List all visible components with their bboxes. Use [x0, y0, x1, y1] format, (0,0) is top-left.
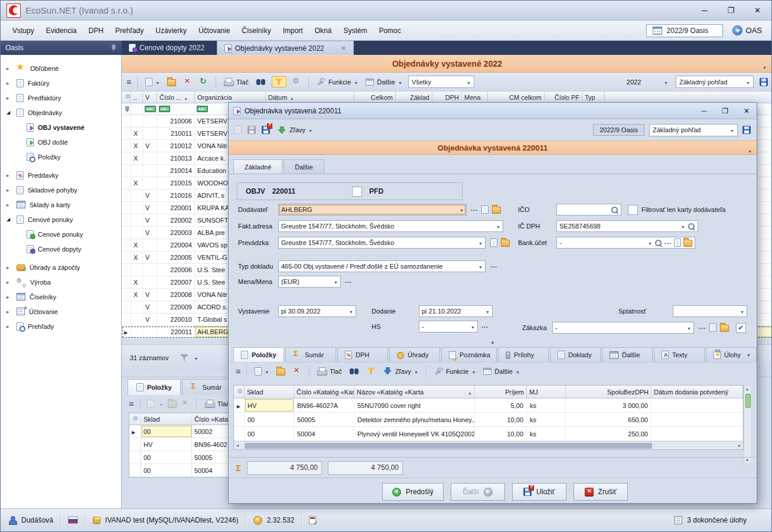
tab-objednavky-vystavene[interactable]: Objednávky vystavené 2022 ✕ — [217, 41, 354, 55]
collapse-form-button[interactable]: ▲ — [229, 340, 757, 345]
print-button[interactable]: Tlač — [315, 366, 344, 377]
calculator-icon[interactable] — [309, 516, 316, 524]
dialog-close-button[interactable]: ✕ — [744, 107, 750, 115]
settings-button[interactable] — [291, 77, 302, 87]
scrollbar-thumb[interactable] — [745, 394, 751, 408]
discounts-button[interactable]: Zľavy — [276, 125, 314, 136]
tab-dalsie[interactable]: Ďalšie — [284, 159, 324, 174]
ellipsis-icon[interactable] — [345, 278, 352, 285]
refresh-button[interactable] — [198, 77, 210, 87]
due-field[interactable] — [673, 305, 747, 317]
new-document-button[interactable] — [144, 77, 161, 87]
menu-dph[interactable]: DPH — [83, 24, 109, 38]
open-item-button[interactable] — [275, 366, 287, 377]
col-currency[interactable]: Mena — [462, 92, 488, 103]
vertical-scrollbar[interactable]: ▴ ▾ — [744, 385, 752, 464]
sidebar-item-oblubene[interactable]: ▸Obľúbené — [1, 61, 121, 76]
chevron-down-icon[interactable] — [763, 61, 767, 71]
order-checkbox[interactable] — [736, 323, 746, 333]
tab-uhrady[interactable]: Úhrady — [389, 347, 440, 362]
column-chooser-icon[interactable] — [132, 416, 139, 422]
sidebar-item-polozky[interactable]: Položky — [1, 149, 121, 164]
menu-import[interactable]: Import — [277, 24, 309, 38]
open-button[interactable] — [165, 77, 178, 87]
ico-field[interactable] — [556, 204, 621, 216]
menu-uctovanie[interactable]: Účtovanie — [193, 24, 236, 38]
delete-button[interactable] — [182, 77, 194, 87]
print-button[interactable]: Tlač — [203, 399, 232, 409]
tab-polozky[interactable]: Položky — [233, 347, 284, 362]
menu-evidencia[interactable]: Evidencia — [40, 24, 83, 38]
col-base[interactable]: Základ — [396, 92, 432, 103]
delete-item-button[interactable] — [291, 366, 303, 377]
premises-field[interactable]: Greustre 1547/77, Stockholm, Švédsko — [278, 237, 486, 249]
save-button[interactable]: Uložiť — [512, 483, 566, 501]
col-v[interactable]: V — [143, 92, 157, 103]
sidebar-item-predfaktury[interactable]: ▸Predfaktúry — [1, 90, 121, 105]
table-row[interactable]: 00 50004 Plynový ventil Honeywell VK 410… — [234, 427, 743, 441]
col-sklad[interactable]: Sklad — [141, 413, 192, 425]
sidebar-item-objednavky[interactable]: ◢Objednávky — [1, 105, 121, 120]
chevron-down-icon[interactable] — [748, 146, 752, 155]
new-item-button[interactable] — [253, 366, 271, 377]
col-type[interactable]: Typ — [582, 92, 605, 103]
sidebar-item-preddavky[interactable]: ▸Preddavky — [1, 168, 121, 182]
sidebar-item-cenove-ponuky-child[interactable]: Cenové ponuky — [1, 227, 121, 241]
col-cislo[interactable]: Číslo «Katalóg «Karta — [294, 386, 354, 398]
search-button[interactable] — [348, 366, 361, 376]
year-select[interactable]: 2022 — [605, 77, 670, 87]
menu-icon[interactable]: ≡ — [236, 367, 240, 376]
menu-pomoc[interactable]: Pomoc — [373, 24, 406, 38]
dialog-view-select[interactable]: Základný pohľad — [649, 124, 738, 136]
bank-field[interactable]: - — [556, 237, 695, 249]
ellipsis-icon[interactable] — [490, 263, 497, 270]
previous-button[interactable]: Predošlý — [382, 483, 444, 501]
sidebar-item-cenove-ponuky[interactable]: ◢Cenové ponuky — [1, 212, 121, 227]
col-flag[interactable]: .. — [131, 92, 143, 103]
more-button[interactable]: Ďalšie — [364, 77, 404, 87]
sidebar-item-obj-vystavene[interactable]: OBJ vystavené — [1, 120, 121, 135]
menu-okna[interactable]: Okná — [309, 24, 338, 38]
menu-ciselniky[interactable]: Číselníky — [236, 24, 276, 38]
tab-poznamka[interactable]: Poznámka — [441, 347, 497, 362]
more-button[interactable]: Ďalšie — [481, 366, 522, 376]
col-mj[interactable]: MJ — [527, 386, 566, 398]
menu-uzavierky[interactable]: Uzávierky — [149, 24, 193, 38]
oas-button[interactable]: OAS — [732, 25, 762, 35]
sidebar-item-skladove-pohyby[interactable]: ▸Skladové pohyby — [1, 182, 121, 197]
cancel-button[interactable]: Zrušiť — [574, 483, 628, 501]
current-user[interactable]: Dudášová — [8, 516, 53, 524]
invoice-address-field[interactable]: Greustre 1547/77, Stockholm, Švédsko — [278, 220, 503, 232]
col-prijem[interactable]: Príjem — [475, 386, 527, 398]
functions-button[interactable]: Funkcie — [315, 77, 360, 87]
menu-prehlady[interactable]: Prehľady — [109, 24, 149, 38]
next-button[interactable]: Ďalší — [451, 483, 505, 501]
tab-texty[interactable]: Texty — [654, 347, 705, 362]
card-icon[interactable] — [481, 205, 488, 214]
tab-polozky[interactable]: Položky — [128, 379, 181, 395]
folder-icon[interactable] — [720, 325, 729, 332]
col-total[interactable]: Celkom — [354, 92, 396, 103]
menu-icon[interactable]: ≡ — [126, 77, 131, 87]
ellipsis-icon[interactable] — [481, 323, 488, 330]
menu-system[interactable]: Systém — [337, 24, 373, 38]
filter-cards-checkbox[interactable] — [628, 205, 638, 215]
supplier-field[interactable]: AHLBERG — [278, 204, 467, 216]
issued-field[interactable]: pi 30.09.2022 — [278, 305, 356, 317]
sidebar-item-cenove-dopyty-child[interactable]: Cenové dopyty — [1, 241, 121, 256]
sidebar-item-prehlady[interactable]: ▸Prehľady — [1, 319, 121, 334]
ellipsis-icon[interactable] — [471, 206, 478, 213]
filter-select[interactable]: Všetky — [408, 76, 474, 88]
tab-zakladne[interactable]: Základné — [233, 159, 282, 174]
folder-icon[interactable] — [492, 207, 501, 214]
minimize-button[interactable]: ─ — [702, 6, 707, 15]
sidebar-item-ciselniky[interactable]: ▸Číselníky — [1, 289, 121, 304]
filter-menu-button[interactable] — [180, 354, 198, 361]
save-close-icon[interactable] — [262, 126, 270, 134]
database-info[interactable]: IVANAD test (MySQL/IVANADtest, V2246) — [93, 516, 239, 524]
col-sklad[interactable]: Sklad — [245, 386, 294, 398]
tab-close-icon[interactable]: ✕ — [341, 45, 346, 51]
tab-cenove-dopyty[interactable]: Cenové dopyty 2022 — [122, 41, 216, 55]
col-nazov[interactable]: Názov «Katalóg «Karta — [354, 386, 475, 398]
close-button[interactable]: ✕ — [754, 6, 761, 15]
